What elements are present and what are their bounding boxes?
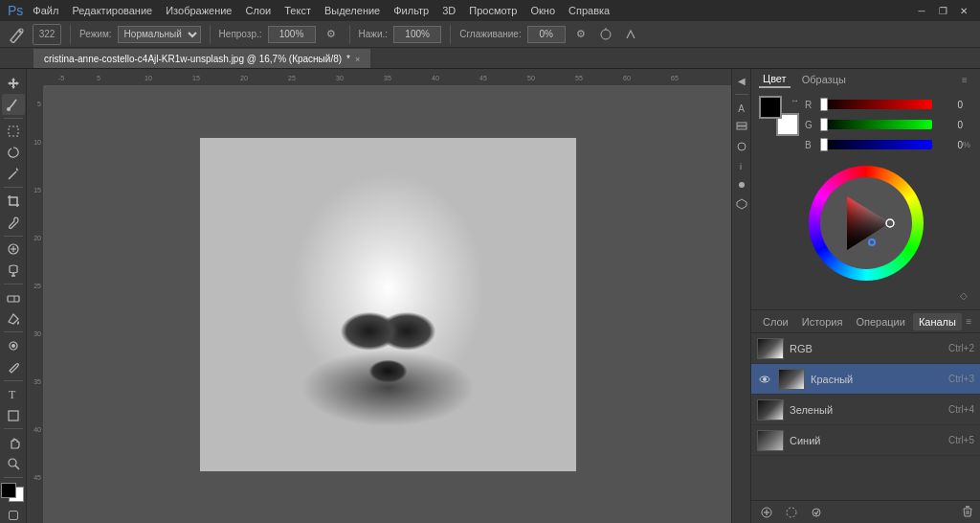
color-panel-options-icon[interactable]: ≡ (957, 72, 972, 87)
channel-red-eye-icon[interactable] (757, 372, 772, 387)
tab-channels[interactable]: Каналы (913, 313, 962, 330)
brush-tool[interactable] (2, 94, 25, 114)
color-wheel[interactable] (809, 166, 924, 281)
canvas-scroll[interactable] (44, 86, 731, 523)
smoothing-settings-icon[interactable]: ⚙ (571, 25, 590, 44)
save-selection-button[interactable] (782, 504, 801, 521)
crop-tool[interactable] (2, 191, 25, 211)
text-tool[interactable]: T (2, 384, 25, 404)
blue-slider[interactable] (820, 140, 932, 149)
opacity-input[interactable] (268, 26, 316, 43)
text-tool-strip[interactable]: A (734, 101, 749, 116)
mode-select[interactable]: Нормальный (118, 26, 201, 43)
layers-strip[interactable] (734, 120, 749, 135)
airbrush-icon[interactable] (596, 25, 615, 44)
tab-layers[interactable]: Слои (757, 313, 794, 330)
smoothing-input[interactable] (527, 26, 566, 43)
color-panel-header: Цвет Образцы ≡ (751, 69, 980, 90)
heal-tool[interactable] (2, 239, 25, 260)
red-slider-thumb[interactable] (820, 98, 828, 111)
wand-tool[interactable] (2, 164, 25, 184)
channel-green-name: Зеленый (790, 404, 943, 416)
brush-size-icon[interactable]: 322 (33, 24, 61, 45)
load-channel-button[interactable] (807, 504, 826, 521)
panel-toggle-btn[interactable]: ◀ (734, 73, 749, 88)
opacity-settings-icon[interactable]: ⚙ (322, 25, 341, 44)
move-tool[interactable] (2, 73, 25, 93)
menu-view[interactable]: Просмотр (463, 3, 523, 18)
strip-separator (735, 94, 748, 95)
gamut-warning-icon[interactable]: ◇ (955, 286, 972, 304)
lasso-tool[interactable] (2, 143, 25, 163)
channel-red-row[interactable]: Красный Ctrl+3 (751, 364, 980, 395)
channel-rgb-shortcut: Ctrl+2 (948, 343, 974, 353)
tool-separator (4, 380, 23, 381)
red-slider-row: R 0 (805, 96, 972, 113)
menu-filter[interactable]: Фильтр (388, 3, 434, 18)
close-button[interactable]: ✕ (955, 3, 972, 18)
flow-input[interactable] (393, 26, 441, 43)
zoom-tool[interactable] (2, 453, 25, 473)
menu-image[interactable]: Изображение (160, 3, 237, 18)
separator (210, 25, 211, 44)
pen-tool[interactable] (2, 357, 25, 377)
brushes-strip[interactable] (734, 139, 749, 154)
tab-close-icon[interactable]: × (355, 55, 360, 64)
quick-mask-toggle[interactable] (7, 510, 20, 521)
channel-rgb-row[interactable]: RGB Ctrl+2 (751, 333, 980, 364)
info-strip[interactable]: i (734, 158, 749, 173)
new-channel-button[interactable] (757, 504, 776, 521)
hand-tool[interactable] (2, 432, 25, 452)
clone-stamp-tool[interactable] (2, 261, 25, 281)
blue-slider-thumb[interactable] (820, 138, 828, 151)
paint-bucket-tool[interactable] (2, 308, 25, 329)
foreground-color-box[interactable] (759, 96, 782, 119)
dodge-tool[interactable] (2, 335, 25, 355)
swap-colors-icon[interactable]: ↔ (791, 96, 799, 105)
menu-text[interactable]: Текст (278, 3, 317, 18)
b-value: 0 (936, 140, 963, 150)
green-slider[interactable] (820, 120, 932, 129)
titlebar: Ps Файл Редактирование Изображение Слои … (0, 0, 980, 21)
red-slider[interactable] (820, 100, 932, 109)
pressure-icon[interactable] (621, 25, 640, 44)
fg-bg-color-area: ↔ (759, 96, 799, 136)
maximize-button[interactable]: ❐ (934, 3, 951, 18)
eraser-tool[interactable] (2, 287, 25, 307)
menu-edit[interactable]: Редактирование (66, 3, 158, 18)
tab-color[interactable]: Цвет (759, 71, 791, 88)
marquee-tool[interactable] (2, 121, 25, 141)
menu-help[interactable]: Справка (563, 3, 615, 18)
file-tab[interactable]: cristina-anne-costello-c4Ajl-KR1w-unspla… (33, 49, 370, 68)
channel-blue-row[interactable]: Синий Ctrl+5 (751, 425, 980, 456)
shape-tool[interactable] (2, 405, 25, 425)
channels-footer (751, 500, 980, 523)
tool-separator (4, 118, 23, 119)
tool-separator (4, 284, 23, 284)
channel-rgb-thumbnail (757, 338, 784, 359)
separator (349, 25, 350, 44)
blue-color-indicator[interactable] (868, 239, 876, 246)
foreground-color-swatch[interactable] (1, 483, 16, 498)
tab-actions[interactable]: Операции (850, 313, 910, 330)
menu-file[interactable]: Файл (27, 3, 64, 18)
green-slider-thumb[interactable] (820, 118, 828, 131)
color-triangle[interactable] (828, 185, 904, 262)
menu-layers[interactable]: Слои (239, 3, 277, 18)
menu-3d[interactable]: 3D (436, 3, 461, 18)
menu-select[interactable]: Выделение (319, 3, 386, 18)
green-slider-row: G 0 (805, 116, 972, 133)
3d-strip[interactable] (734, 196, 749, 212)
eyedropper-tool[interactable] (2, 212, 25, 232)
menu-window[interactable]: Окно (525, 3, 562, 18)
color-wheel-area[interactable] (759, 162, 972, 284)
props-strip[interactable] (734, 177, 749, 193)
svg-point-22 (738, 143, 746, 150)
layers-panel-options-icon[interactable]: ≡ (964, 314, 974, 330)
tab-swatches[interactable]: Образцы (798, 72, 850, 87)
channel-green-row[interactable]: Зеленый Ctrl+4 (751, 395, 980, 425)
minimize-button[interactable]: ─ (913, 3, 930, 18)
canvas-image[interactable] (199, 137, 577, 472)
tab-history[interactable]: История (796, 313, 849, 330)
delete-channel-button[interactable] (961, 505, 974, 520)
